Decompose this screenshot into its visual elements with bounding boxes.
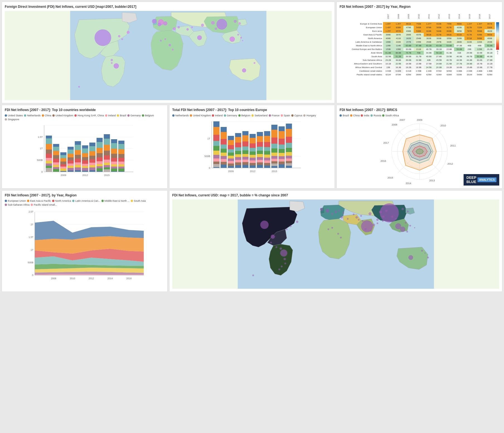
svg-point-316 (281, 266, 282, 267)
heatmap-cell-3-3: 497B (414, 33, 424, 37)
svg-point-18 (215, 28, 217, 30)
heatmap-cell-8-9: 32.6B (474, 51, 484, 55)
colorbar-label-1: 1 (497, 52, 498, 54)
svg-point-291 (427, 257, 429, 258)
svg-point-273 (286, 228, 287, 230)
heatmap-cell-2-5: 544B (434, 29, 444, 33)
heatmap-cell-7-5: 39.1B (434, 47, 444, 51)
heatmap-cell-6-8: 40B (464, 44, 474, 47)
heatmap-year-2016: 2016 (474, 11, 484, 22)
heatmap-cell-5-9: 220B (474, 40, 484, 44)
bubble2-brazil (280, 249, 287, 257)
heatmap-cell-8-10: 30.1B (484, 51, 495, 55)
bubble2-usa (260, 221, 268, 229)
legend-label-world-0: United States (8, 114, 23, 117)
heatmap-cell-4-5: 300B (434, 37, 444, 40)
legend-item-area-7: Pacific island small... (31, 203, 57, 206)
logo-text: DEEP BLUE (466, 176, 476, 184)
heatmap-cell-5-2: 157B (403, 40, 413, 44)
svg-point-314 (284, 258, 286, 260)
legend-label-europe-3: Germany (227, 114, 237, 117)
heatmap-cell-9-5: 27.8B (434, 55, 444, 58)
legend-item-world-6: Brazil (117, 114, 126, 117)
bar-world-chart: 0 500B 1T 1.5T (5, 122, 164, 178)
heatmap-cell-14-2: 425M (403, 73, 413, 76)
legend-label-area-0: European Union (8, 199, 26, 202)
legend-item-europe-8: Cyprus (291, 114, 302, 117)
legend-dot-radar-1 (350, 114, 352, 117)
radar-label-2007: 2007 (399, 119, 405, 121)
legend-item-europe-0: Netherlands (172, 114, 189, 117)
heatmap-cell-13-4: 2.24B (424, 69, 434, 73)
heatmap-year-2011: 2011 (424, 11, 434, 22)
svg-point-306 (395, 218, 397, 220)
heatmap-cell-14-9: 549M (474, 73, 484, 76)
heatmap-cell-5-4: 293B (424, 40, 434, 44)
svg-rect-216 (278, 139, 285, 145)
legend-label-radar-2: India (364, 114, 369, 117)
svg-point-23 (254, 62, 255, 64)
legend-item-world-5: Ireland (105, 114, 116, 117)
legend-dot-world-4 (74, 114, 77, 117)
legend-item-world-0: United States (5, 114, 23, 117)
heatmap-cell-14-5: 424M (434, 73, 444, 76)
radar-label-2015: 2015 (387, 176, 393, 179)
heatmap-cell-9-0: 32.5B (383, 55, 393, 58)
heatmap-cell-14-7: 520M (454, 73, 464, 76)
legend-dot-europe-2 (212, 114, 214, 117)
heatmap-cell-11-10: 10.1B (484, 62, 495, 66)
svg-point-280 (379, 210, 382, 213)
svg-point-296 (275, 246, 277, 248)
svg-point-294 (337, 233, 339, 234)
heatmap-cell-14-1: 870M (393, 73, 403, 76)
heatmap-cell-1-8: 817B (464, 26, 474, 29)
svg-rect-205 (271, 130, 277, 139)
svg-text:1T: 1T (40, 147, 43, 150)
svg-point-286 (409, 225, 411, 227)
svg-rect-65 (75, 167, 81, 170)
svg-point-301 (373, 223, 375, 226)
bar-europe-chart: 0 500B 1T (172, 119, 332, 174)
svg-rect-57 (67, 168, 74, 170)
heatmap-cell-0-5: 810B (434, 22, 444, 26)
world-map-top (5, 11, 332, 100)
legend-item-radar-1: China (350, 114, 360, 117)
legend-item-world-7: Germany (127, 114, 141, 117)
heatmap-cell-0-8: 1.22T (464, 22, 474, 26)
legend-label-world-8: Belgium (145, 114, 154, 117)
heatmap-cell-10-9: 30.6B (474, 58, 484, 62)
heatmap-row-label-7: Central Europe and the Baltics (340, 47, 383, 51)
legend-dot-world-9 (5, 118, 7, 121)
svg-point-277 (355, 216, 358, 219)
svg-point-6 (186, 28, 189, 31)
svg-point-10 (234, 20, 237, 23)
heatmap-cell-1-7: 433B (454, 26, 464, 29)
legend-item-area-3: Latin America & Cari... (72, 199, 100, 202)
svg-text:2008: 2008 (51, 277, 56, 280)
heatmap-cell-12-7: 16.6B (454, 66, 464, 69)
legend-label-world-9: Singapore (8, 118, 19, 121)
heatmap-cell-12-10: 17.7B (484, 66, 495, 69)
legend-label-europe-4: Belgium (241, 114, 251, 117)
heatmap-cell-8-0: 81.8B (383, 51, 393, 55)
legend-item-radar-2: India (361, 114, 369, 117)
heatmap-cell-12-2: 18.2B (403, 66, 413, 69)
heatmap-cell-10-6: 40.7B (444, 58, 454, 62)
svg-text:2T: 2T (31, 223, 34, 226)
bar-world-legend: United StatesNetherlandsChinaUnited King… (5, 114, 164, 121)
bubble-india (197, 35, 202, 40)
radar-label-2011: 2011 (450, 144, 456, 147)
heatmap-cell-6-10: 53.9B (484, 44, 495, 47)
svg-rect-140 (213, 164, 219, 167)
heatmap-cell-7-6: 15.6B (444, 47, 454, 51)
radar-svg: 2009 2010 2011 2012 2013 2014 2015 2016 … (378, 116, 461, 188)
heatmap-cell-1-10: 530B (484, 26, 495, 29)
svg-point-22 (242, 40, 243, 41)
heatmap-cell-4-7: 316B (454, 37, 464, 40)
svg-text:1.5T: 1.5T (38, 136, 43, 138)
svg-point-297 (270, 242, 272, 243)
bar-europe-svg: 0 500B 1T (172, 119, 332, 174)
bubble2-netherlands (326, 209, 329, 213)
radar-label-2010: 2010 (440, 124, 446, 127)
heatmap-cell-6-7: 37.3B (454, 44, 464, 47)
